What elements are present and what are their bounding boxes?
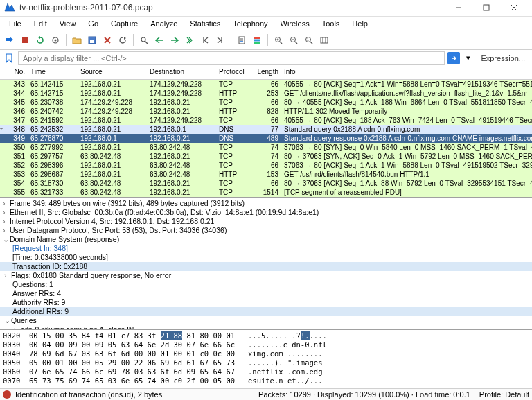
detail-ip[interactable]: Internet Protocol Version 4, Src: 192.16…	[0, 217, 532, 226]
display-filter-input[interactable]	[18, 51, 445, 65]
go-back-icon[interactable]	[152, 33, 166, 47]
menu-help[interactable]: Help	[347, 18, 373, 29]
svg-line-25	[295, 42, 297, 44]
minimize-button[interactable]	[445, 0, 472, 15]
menu-wireless[interactable]: Wireless	[276, 18, 314, 29]
status-profile[interactable]: Profile: Default	[479, 390, 529, 399]
packet-row[interactable]: 34865.242532192.168.0.21192.168.0.1DNS77…	[0, 125, 532, 134]
menu-view[interactable]: View	[55, 18, 81, 29]
menu-analyze[interactable]: Analyze	[145, 18, 182, 29]
reload-icon[interactable]	[116, 33, 130, 47]
colorize-icon[interactable]	[250, 33, 264, 47]
svg-line-21	[280, 42, 282, 44]
menu-statistics[interactable]: Statistics	[185, 18, 225, 29]
detail-udp[interactable]: User Datagram Protocol, Src Port: 53 (53…	[0, 226, 532, 235]
col-proto[interactable]: Protocol	[216, 67, 252, 79]
zoom-out-icon[interactable]	[287, 33, 301, 47]
menu-go[interactable]: Go	[83, 18, 103, 29]
detail-additional-rrs: Additional RRs: 9	[0, 307, 532, 316]
svg-line-28	[310, 42, 312, 44]
open-file-icon[interactable]	[70, 33, 84, 47]
packet-bytes[interactable]: 0020 00 15 00 35 84 f4 01 c7 83 3f 21 88…	[0, 330, 532, 388]
capture-options-icon[interactable]	[48, 33, 62, 47]
packet-row[interactable]: 35165.29775763.80.242.48192.168.0.21TCP7…	[0, 152, 532, 161]
save-file-icon[interactable]	[85, 33, 99, 47]
hex-line[interactable]: 0060 07 6e 65 74 66 6c 69 78 03 63 6f 6d…	[3, 367, 529, 376]
start-capture-icon[interactable]	[3, 33, 17, 47]
main-toolbar: 1	[0, 31, 532, 50]
hex-line[interactable]: 0030 00 04 00 09 00 09 05 63 64 6e 2d 30…	[3, 340, 529, 349]
packet-row[interactable]: 35265.298396192.168.0.2163.80.242.48TCP6…	[0, 161, 532, 170]
detail-answer-rrs: Answer RRs: 4	[0, 289, 532, 298]
packet-row[interactable]: 35365.298687192.168.0.2163.80.242.48HTTP…	[0, 170, 532, 179]
detail-queries[interactable]: Queries	[0, 316, 532, 325]
packet-row[interactable]: 34965.276870192.168.0.1192.168.0.21DNS48…	[0, 134, 532, 143]
col-src[interactable]: Source	[78, 67, 147, 79]
packet-row[interactable]: 34765.241592192.168.0.21174.129.249.228T…	[0, 116, 532, 125]
zoom-reset-icon[interactable]: 1	[302, 33, 316, 47]
find-icon[interactable]	[137, 33, 151, 47]
svg-rect-19	[254, 42, 260, 44]
filter-dropdown-icon[interactable]: ▾	[463, 53, 474, 62]
bookmark-icon[interactable]	[3, 52, 15, 64]
col-no[interactable]: No.	[0, 67, 28, 79]
packet-row[interactable]: 35565.32173363.80.242.48192.168.0.21TCP1…	[0, 188, 532, 197]
detail-questions: Questions: 1	[0, 280, 532, 289]
filter-bar: ▾ Expression...	[0, 50, 532, 67]
hex-line[interactable]: 0050 05 00 01 00 00 05 29 00 22 06 69 6d…	[3, 358, 529, 367]
packet-details[interactable]: Frame 349: 489 bytes on wire (3912 bits)…	[0, 198, 532, 330]
app-icon	[4, 2, 15, 13]
packet-list: No. Time Source Destination Protocol Len…	[0, 67, 532, 198]
packet-list-header: No. Time Source Destination Protocol Len…	[0, 67, 532, 80]
detail-frame[interactable]: Frame 349: 489 bytes on wire (3912 bits)…	[0, 199, 532, 208]
go-forward-icon[interactable]	[168, 33, 181, 47]
col-dst[interactable]: Destination	[147, 67, 216, 79]
svg-point-6	[55, 39, 57, 41]
detail-request-in[interactable]: [Request In: 348]	[0, 244, 532, 253]
hex-line[interactable]: 0040 78 69 6d 67 03 63 6f 6d 00 00 01 00…	[3, 349, 529, 358]
autoscroll-icon[interactable]	[235, 33, 249, 47]
packet-row[interactable]: 34665.240742174.129.249.228192.168.0.21H…	[0, 107, 532, 116]
svg-rect-1	[484, 5, 489, 10]
packet-row[interactable]: 34365.142415192.168.0.21174.129.249.228T…	[0, 80, 532, 89]
maximize-button[interactable]	[472, 0, 500, 15]
col-len[interactable]: Length	[252, 67, 281, 79]
detail-transaction-id[interactable]: Transaction ID: 0x2188	[0, 262, 532, 271]
col-time[interactable]: Time	[28, 67, 78, 79]
zoom-in-icon[interactable]	[272, 33, 285, 47]
titlebar: tv-netflix-problems-2011-07-06.pcap	[0, 0, 532, 17]
detail-query-item[interactable]: cdn-0.nflximg.com: type A, class IN	[0, 325, 532, 330]
svg-rect-4	[22, 37, 28, 43]
menu-edit[interactable]: Edit	[29, 18, 52, 29]
apply-filter-button[interactable]	[447, 52, 460, 64]
stop-capture-icon[interactable]	[18, 33, 32, 47]
detail-flags[interactable]: Flags: 0x8180 Standard query response, N…	[0, 271, 532, 280]
svg-line-12	[145, 41, 148, 44]
go-last-icon[interactable]	[213, 33, 227, 47]
go-first-icon[interactable]	[198, 33, 212, 47]
svg-rect-17	[254, 37, 260, 39]
hex-line[interactable]: 0020 00 15 00 35 84 f4 01 c7 83 3f 21 88…	[3, 331, 529, 340]
packet-row[interactable]: 35465.31873063.80.242.48192.168.0.21TCP6…	[0, 179, 532, 188]
col-info[interactable]: Info	[281, 67, 532, 79]
menu-capture[interactable]: Capture	[106, 18, 143, 29]
hex-line[interactable]: 0070 65 73 75 69 74 65 03 6e 65 74 00 c0…	[3, 376, 529, 385]
packet-row[interactable]: 35065.277992192.168.0.2163.80.242.48TCP7…	[0, 143, 532, 152]
menu-telephony[interactable]: Telephony	[228, 18, 272, 29]
detail-authority-rrs: Authority RRs: 9	[0, 298, 532, 307]
statusbar: Identification of transaction (dns.id), …	[0, 388, 532, 400]
detail-time: [Time: 0.034338000 seconds]	[0, 253, 532, 262]
expert-info-icon[interactable]	[3, 390, 11, 399]
go-to-icon[interactable]	[183, 33, 197, 47]
packet-row[interactable]: 34465.142715192.168.0.21174.129.249.228H…	[0, 89, 532, 98]
detail-ethernet[interactable]: Ethernet II, Src: Globalsc_00:3b:0a (f0:…	[0, 208, 532, 217]
close-button[interactable]	[500, 0, 528, 15]
restart-capture-icon[interactable]	[33, 33, 47, 47]
menu-file[interactable]: File	[4, 18, 26, 29]
packet-row[interactable]: 34565.230738174.129.249.228192.168.0.21T…	[0, 98, 532, 107]
resize-columns-icon[interactable]	[317, 33, 331, 47]
menu-tools[interactable]: Tools	[317, 18, 345, 29]
close-file-icon[interactable]	[100, 33, 114, 47]
expression-button[interactable]: Expression...	[477, 54, 529, 62]
detail-dns[interactable]: Domain Name System (response)	[0, 235, 532, 244]
